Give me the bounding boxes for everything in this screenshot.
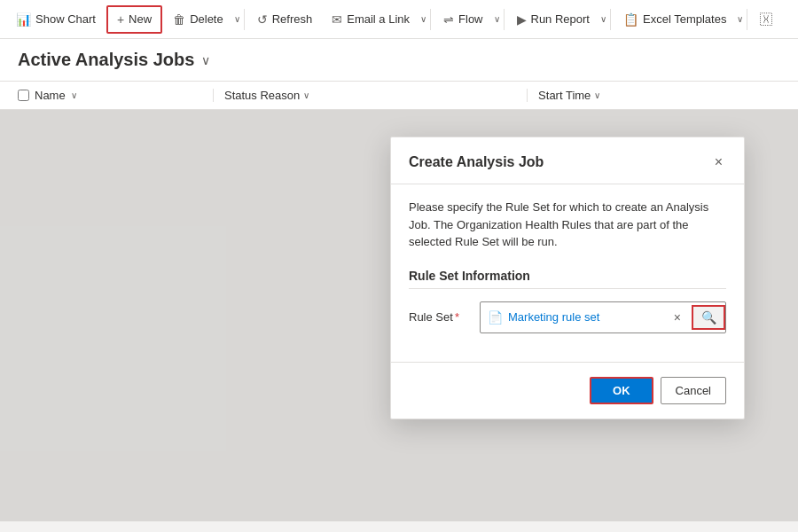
delete-button[interactable]: 🗑 Delete bbox=[164, 7, 232, 32]
cancel-button[interactable]: Cancel bbox=[661, 377, 726, 404]
rule-set-search-button[interactable]: 🔍 bbox=[692, 305, 725, 330]
excel-extra-icon: 🇽 bbox=[760, 12, 772, 27]
page-header: Active Analysis Jobs ∨ bbox=[0, 39, 798, 82]
column-headers: Name ∨ Status Reason ∨ Start Time ∨ bbox=[0, 82, 798, 110]
rule-set-label: Rule Set* bbox=[409, 310, 471, 324]
divider-1 bbox=[244, 9, 245, 30]
start-time-column-header[interactable]: Start Time ∨ bbox=[527, 89, 780, 102]
page-title-dropdown[interactable]: ∨ bbox=[201, 53, 210, 67]
flow-dropdown-arrow[interactable]: ∨ bbox=[494, 14, 500, 24]
name-column-header[interactable]: Name ∨ bbox=[18, 89, 213, 102]
new-label: New bbox=[129, 12, 152, 26]
dialog-header: Create Analysis Job × bbox=[391, 137, 744, 184]
create-analysis-job-dialog: Create Analysis Job × Please specify the… bbox=[390, 137, 745, 419]
divider-5 bbox=[747, 9, 747, 30]
status-sort-arrow[interactable]: ∨ bbox=[303, 90, 309, 100]
run-report-button[interactable]: ▶ Run Report bbox=[508, 7, 598, 32]
select-all-checkbox[interactable] bbox=[18, 90, 29, 101]
run-report-dropdown-arrow[interactable]: ∨ bbox=[600, 14, 606, 24]
rule-set-field[interactable]: 📄 Marketing rule set × 🔍 bbox=[480, 301, 726, 333]
run-report-label: Run Report bbox=[531, 12, 590, 26]
delete-icon: 🗑 bbox=[173, 12, 185, 27]
status-reason-column-header[interactable]: Status Reason ∨ bbox=[213, 89, 527, 102]
new-icon: + bbox=[117, 12, 124, 27]
main-content: Create Analysis Job × Please specify the… bbox=[0, 110, 798, 521]
email-dropdown-arrow[interactable]: ∨ bbox=[420, 14, 426, 24]
status-reason-column-label: Status Reason bbox=[224, 89, 300, 102]
dialog-close-button[interactable]: × bbox=[711, 152, 726, 173]
section-title: Rule Set Information bbox=[409, 269, 726, 289]
excel-dropdown-arrow[interactable]: ∨ bbox=[737, 14, 743, 24]
required-indicator: * bbox=[455, 310, 459, 324]
refresh-icon: ↺ bbox=[257, 12, 268, 27]
new-button[interactable]: + New bbox=[106, 5, 162, 34]
email-link-label: Email a Link bbox=[347, 12, 410, 26]
rule-set-doc-icon: 📄 bbox=[488, 310, 503, 325]
rule-set-inner: 📄 Marketing rule set × bbox=[481, 302, 692, 332]
refresh-label: Refresh bbox=[272, 12, 313, 26]
excel-extra-button[interactable]: 🇽 bbox=[751, 7, 781, 32]
show-chart-icon: 📊 bbox=[16, 12, 31, 27]
rule-set-clear-button[interactable]: × bbox=[670, 307, 685, 328]
show-chart-button[interactable]: 📊 Show Chart bbox=[7, 7, 105, 32]
rule-set-row: Rule Set* 📄 Marketing rule set × 🔍 bbox=[409, 301, 726, 333]
rule-set-value: Marketing rule set bbox=[508, 310, 665, 324]
delete-label: Delete bbox=[190, 12, 223, 26]
divider-2 bbox=[430, 9, 431, 30]
flow-icon: ⇌ bbox=[443, 12, 454, 27]
start-time-column-label: Start Time bbox=[538, 89, 591, 102]
divider-4 bbox=[610, 9, 611, 30]
dialog-body: Please specify the Rule Set for which to… bbox=[391, 184, 744, 362]
dialog-footer: OK Cancel bbox=[391, 362, 744, 419]
toolbar: 📊 Show Chart + New 🗑 Delete ∨ ↺ Refresh … bbox=[0, 0, 798, 39]
email-link-button[interactable]: ✉ Email a Link bbox=[323, 7, 419, 32]
delete-dropdown-arrow[interactable]: ∨ bbox=[234, 14, 240, 24]
email-icon: ✉ bbox=[332, 12, 342, 27]
name-sort-arrow[interactable]: ∨ bbox=[71, 90, 77, 100]
run-report-icon: ▶ bbox=[517, 12, 527, 27]
dialog-description: Please specify the Rule Set for which to… bbox=[409, 199, 726, 251]
dialog-title: Create Analysis Job bbox=[409, 154, 544, 170]
show-chart-label: Show Chart bbox=[35, 12, 96, 26]
divider-3 bbox=[504, 9, 505, 30]
excel-templates-button[interactable]: 📋 Excel Templates bbox=[614, 7, 735, 32]
page-title: Active Analysis Jobs bbox=[18, 50, 194, 70]
ok-button[interactable]: OK bbox=[590, 377, 653, 404]
flow-label: Flow bbox=[458, 12, 482, 26]
flow-button[interactable]: ⇌ Flow bbox=[434, 7, 491, 32]
start-time-sort-arrow[interactable]: ∨ bbox=[594, 90, 600, 100]
refresh-button[interactable]: ↺ Refresh bbox=[248, 7, 322, 32]
excel-icon: 📋 bbox=[623, 12, 638, 27]
name-column-label: Name bbox=[35, 89, 66, 102]
excel-templates-label: Excel Templates bbox=[643, 12, 726, 26]
